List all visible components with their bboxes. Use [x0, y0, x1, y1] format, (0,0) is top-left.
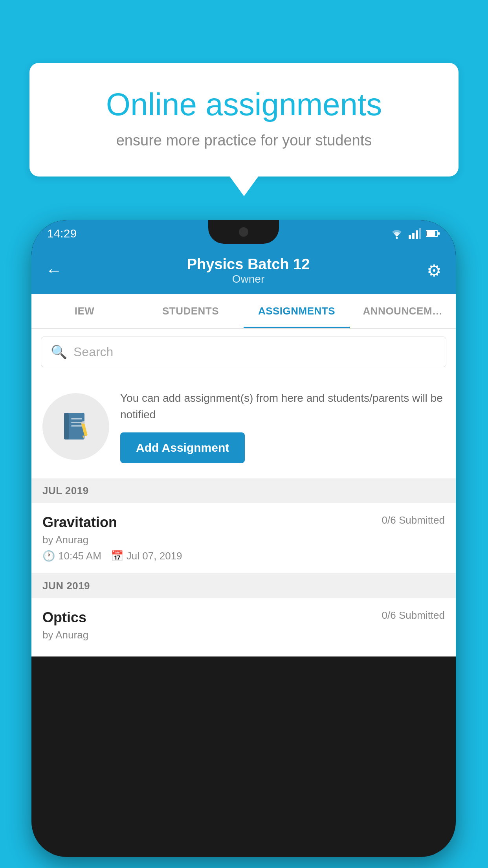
calendar-icon: 📅 [111, 550, 123, 562]
notebook-icon-circle [42, 393, 109, 460]
month-header-jul: JUL 2019 [31, 478, 456, 503]
assignment-top-row: Gravitation 0/6 Submitted [42, 514, 445, 531]
camera [239, 227, 248, 237]
status-icons [390, 228, 440, 239]
phone-inner: 14:29 [31, 220, 456, 857]
tab-announcements[interactable]: ANNOUNCEM… [350, 294, 456, 328]
speech-bubble: Online assignments ensure more practice … [29, 63, 459, 177]
notebook-icon [58, 409, 94, 444]
tab-iew[interactable]: IEW [31, 294, 138, 328]
tabs-bar: IEW STUDENTS ASSIGNMENTS ANNOUNCEM… [31, 294, 456, 329]
owner-label: Owner [70, 273, 427, 285]
clock-icon: 🕐 [42, 550, 55, 562]
speech-bubble-subtitle: ensure more practice for your students [61, 132, 427, 149]
svg-point-0 [396, 237, 398, 239]
speech-bubble-container: Online assignments ensure more practice … [29, 63, 459, 177]
search-bar[interactable]: 🔍 Search [41, 337, 446, 367]
svg-rect-7 [438, 232, 440, 235]
month-header-jun: JUN 2019 [31, 574, 456, 598]
signal-icon [409, 228, 421, 239]
add-assignment-button[interactable]: Add Assignment [120, 432, 245, 463]
battery-icon [426, 230, 440, 237]
batch-title: Physics Batch 12 [70, 256, 427, 273]
header-center: Physics Batch 12 Owner [70, 256, 427, 285]
submitted-count: 0/6 Submitted [382, 514, 445, 526]
assignment-item-optics[interactable]: Optics 0/6 Submitted by Anurag [31, 598, 456, 657]
assignment-by: by Anurag [42, 534, 445, 546]
svg-rect-2 [412, 233, 415, 239]
svg-rect-1 [409, 235, 411, 239]
speech-bubble-title: Online assignments [61, 86, 427, 123]
svg-rect-4 [419, 228, 421, 239]
svg-rect-9 [64, 413, 69, 440]
info-card: You can add assignment(s) from here and … [31, 378, 456, 475]
back-button[interactable]: ← [46, 261, 62, 280]
search-icon: 🔍 [51, 344, 67, 360]
assignment-item-gravitation[interactable]: Gravitation 0/6 Submitted by Anurag 🕐 10… [31, 503, 456, 574]
svg-rect-3 [416, 230, 418, 239]
phone-screen: 🔍 Search [31, 329, 456, 657]
assignment-meta: 🕐 10:45 AM 📅 Jul 07, 2019 [42, 550, 445, 562]
assignment-title-optics: Optics [42, 609, 86, 626]
svg-rect-10 [71, 418, 82, 419]
notch [208, 220, 279, 244]
assignment-by-optics: by Anurag [42, 629, 445, 641]
settings-icon[interactable]: ⚙ [427, 261, 442, 280]
search-placeholder: Search [73, 345, 113, 359]
status-bar: 14:29 [31, 220, 456, 247]
assignment-top-row-optics: Optics 0/6 Submitted [42, 609, 445, 626]
wifi-icon [390, 228, 404, 239]
phone-frame: 14:29 [31, 220, 456, 857]
info-card-right: You can add assignment(s) from here and … [120, 390, 445, 463]
svg-rect-6 [427, 231, 435, 236]
assignment-title: Gravitation [42, 514, 117, 531]
svg-rect-12 [71, 425, 82, 427]
tab-students[interactable]: STUDENTS [138, 294, 244, 328]
info-card-description: You can add assignment(s) from here and … [120, 390, 445, 423]
tab-assignments[interactable]: ASSIGNMENTS [244, 294, 350, 328]
svg-rect-11 [71, 422, 82, 423]
search-bar-container: 🔍 Search [31, 329, 456, 375]
assignment-date: 📅 Jul 07, 2019 [111, 550, 182, 562]
time-display: 14:29 [47, 227, 77, 240]
app-header: ← Physics Batch 12 Owner ⚙ [31, 247, 456, 294]
assignment-time: 🕐 10:45 AM [42, 550, 101, 562]
submitted-count-optics: 0/6 Submitted [382, 609, 445, 622]
